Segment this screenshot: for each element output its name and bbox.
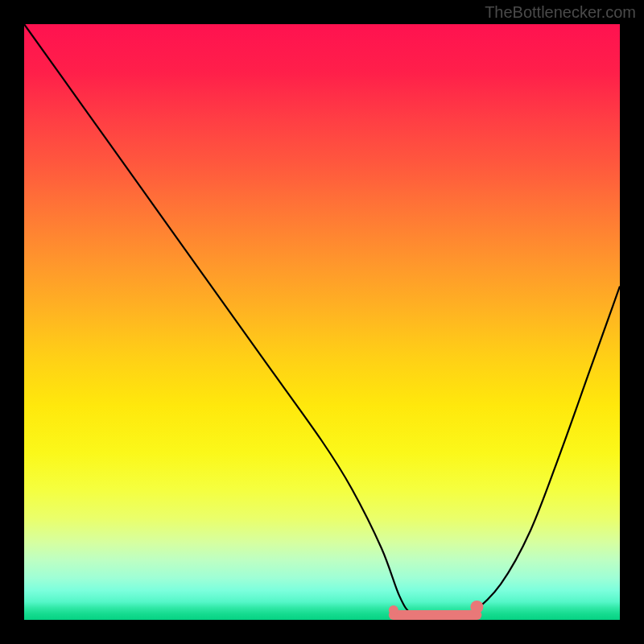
curve-line bbox=[24, 24, 620, 620]
chart-plot-area bbox=[24, 24, 620, 620]
svg-point-2 bbox=[470, 601, 483, 613]
bottleneck-curve bbox=[24, 24, 620, 620]
svg-point-1 bbox=[389, 605, 398, 615]
watermark-text: TheBottlenecker.com bbox=[485, 3, 636, 22]
